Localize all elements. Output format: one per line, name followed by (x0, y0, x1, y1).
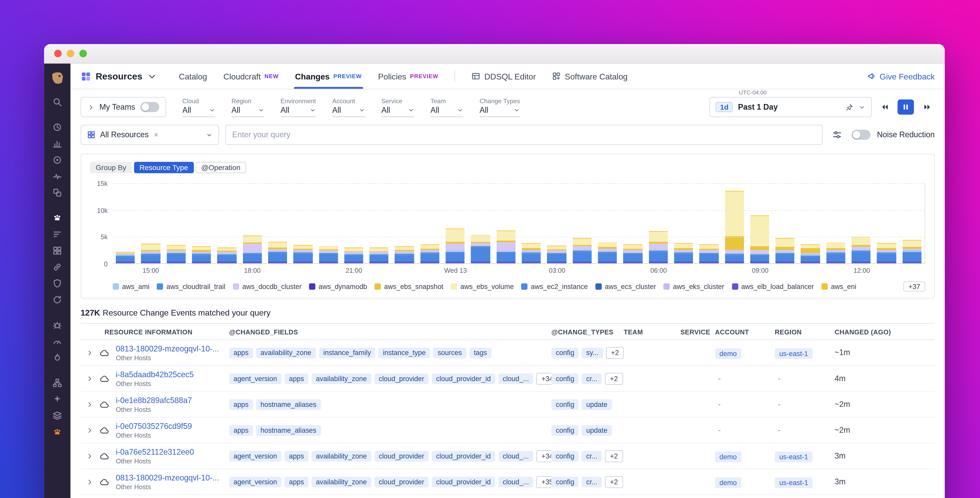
table-row[interactable]: i-0e075035276cd9f59Other Hostsappshostna… (81, 418, 935, 443)
chart-bar[interactable] (167, 245, 186, 263)
region-chip[interactable]: us-east-1 (775, 348, 812, 358)
legend-item-aws-ami[interactable]: aws_ami (113, 283, 150, 290)
row-expand-button[interactable] (81, 375, 98, 382)
field-chip[interactable]: availability_zone (256, 347, 316, 358)
legend-item-aws-eks-cluster[interactable]: aws_eks_cluster (663, 283, 724, 290)
tab-changes[interactable]: ChangesPREVIEW (295, 64, 362, 89)
chart-bar[interactable] (471, 235, 490, 263)
change-type-chip[interactable]: cr... (582, 450, 602, 461)
sidebar-item-sparkle[interactable] (44, 391, 71, 407)
filter-service[interactable]: ServiceAll (382, 97, 414, 117)
field-chip[interactable]: instance_type (379, 347, 430, 358)
chart-bar[interactable] (116, 252, 135, 263)
col-service[interactable]: SERVICE (680, 328, 715, 335)
filter-region[interactable]: RegionAll (231, 97, 264, 117)
chart-bar[interactable] (268, 242, 287, 263)
chart-bar[interactable] (649, 231, 668, 263)
chart-bar[interactable] (902, 240, 921, 263)
change-type-chip[interactable]: config (551, 476, 579, 487)
chart-bar[interactable] (801, 244, 820, 263)
resource-name[interactable]: i-0a76e52112e312ee0 (116, 447, 224, 456)
chart-bar[interactable] (192, 246, 211, 263)
sidebar-item-apps[interactable] (44, 243, 71, 259)
field-chip[interactable]: apps (285, 476, 308, 487)
noise-reduction-toggle[interactable] (852, 130, 871, 140)
legend-item-aws-elb-load-balancer[interactable]: aws_elb_load_balancer (732, 283, 814, 290)
sidebar-item-logs[interactable] (44, 226, 71, 242)
field-chip[interactable]: agent_version (229, 450, 282, 461)
close-window-button[interactable] (54, 50, 62, 57)
sidebar-item-infrastructure[interactable] (44, 185, 71, 201)
chart-bar[interactable] (420, 244, 439, 263)
sidebar-item-monitors[interactable] (44, 152, 71, 168)
resource-name[interactable]: i-8a5daadb42b25cec5 (116, 370, 224, 379)
field-chip[interactable]: cloud_provider (374, 373, 428, 384)
tab-policies[interactable]: PoliciesPREVIEW (378, 64, 438, 89)
row-expand-button[interactable] (81, 426, 98, 434)
legend-item-aws-eni[interactable]: aws_eni (821, 283, 856, 290)
sidebar-item-metrics[interactable] (44, 136, 71, 152)
region-chip[interactable]: us-east-1 (775, 451, 812, 462)
sidebar-item-apm[interactable] (44, 333, 71, 350)
field-chip[interactable]: hostname_aliases (256, 399, 321, 410)
tab-ddsql-editor[interactable]: DDSQL Editor (472, 64, 536, 89)
account-chip[interactable]: demo (715, 348, 741, 358)
field-chip[interactable]: instance_family (319, 347, 375, 358)
time-range-chip[interactable]: 1d (716, 102, 733, 112)
sidebar-item-layers[interactable] (44, 407, 71, 424)
field-chip[interactable]: cloud_provider_id (432, 450, 495, 461)
col-changed-fields[interactable]: @CHANGED_FIELDS (229, 328, 551, 335)
table-row[interactable]: 0813-180029-mzeogqvl-10-...Other Hostsap… (81, 340, 935, 366)
group-by-option-operation[interactable]: @Operation (196, 162, 246, 173)
legend-item-aws-dynamodb[interactable]: aws_dynamodb (309, 283, 367, 290)
chevron-down-icon[interactable] (859, 104, 865, 110)
change-type-chip[interactable]: cr... (582, 476, 602, 487)
table-row[interactable]: i-0a76e52112e312ee0Other Hostsagent_vers… (81, 443, 935, 469)
chart-bar[interactable] (851, 237, 871, 263)
tab-cloudcraft[interactable]: CloudcraftNEW (223, 64, 278, 89)
window-titlebar[interactable] (44, 44, 945, 64)
more-types-chip[interactable]: +2 (605, 373, 623, 385)
sidebar-item-watchdog[interactable] (44, 168, 71, 185)
legend-item-aws-ec2-instance[interactable]: aws_ec2_instance (522, 283, 588, 290)
legend-item-aws-ebs-volume[interactable]: aws_ebs_volume (451, 283, 514, 290)
table-row[interactable]: 0813-180029-mzeogqvl-10-...Other Hostsag… (81, 469, 935, 495)
sidebar-item-history[interactable] (44, 119, 71, 135)
chart-bar[interactable] (369, 247, 389, 263)
chart-bar[interactable] (750, 215, 769, 263)
resource-name[interactable]: 0813-180029-mzeogqvl-10-... (116, 344, 224, 353)
legend-item-aws-docdb-cluster[interactable]: aws_docdb_cluster (233, 283, 301, 290)
field-chip[interactable]: apps (229, 347, 253, 358)
product-switcher[interactable]: Resources (81, 71, 158, 81)
field-chip[interactable]: cloud_... (498, 450, 533, 461)
chart-bar[interactable] (598, 242, 617, 263)
sidebar-item-network[interactable] (44, 375, 71, 391)
chart-bar[interactable] (293, 245, 313, 263)
change-type-chip[interactable]: config (551, 373, 579, 384)
sidebar-item-search[interactable] (44, 94, 71, 110)
change-type-chip[interactable]: update (582, 399, 612, 410)
change-type-chip[interactable]: config (551, 425, 579, 435)
chart-bar[interactable] (699, 244, 719, 263)
change-type-chip[interactable]: config (551, 347, 579, 358)
chart-bar[interactable] (319, 246, 338, 263)
fullscreen-window-button[interactable] (80, 50, 87, 57)
more-types-chip[interactable]: +2 (605, 476, 623, 488)
region-chip[interactable]: us-east-1 (775, 477, 812, 488)
chart-bar[interactable] (674, 243, 693, 263)
tab-software-catalog[interactable]: Software Catalog (552, 64, 627, 89)
row-expand-button[interactable] (81, 401, 98, 408)
sidebar-item-integrations[interactable] (44, 259, 71, 275)
filter-environment[interactable]: EnvironmentAll (281, 97, 316, 117)
field-chip[interactable]: cloud_provider_id (432, 373, 495, 384)
chart-bar[interactable] (217, 247, 237, 263)
datadog-logo[interactable] (49, 70, 65, 86)
more-fields-chip[interactable]: +34 (536, 373, 551, 385)
field-chip[interactable]: availability_zone (312, 373, 371, 384)
row-expand-button[interactable] (81, 453, 98, 460)
field-chip[interactable]: availability_zone (312, 476, 371, 487)
change-type-chip[interactable]: cr... (582, 373, 602, 384)
legend-overflow[interactable]: +37 (904, 281, 925, 292)
field-chip[interactable]: cloud_... (498, 476, 533, 487)
sidebar-item-bug[interactable] (44, 317, 71, 333)
